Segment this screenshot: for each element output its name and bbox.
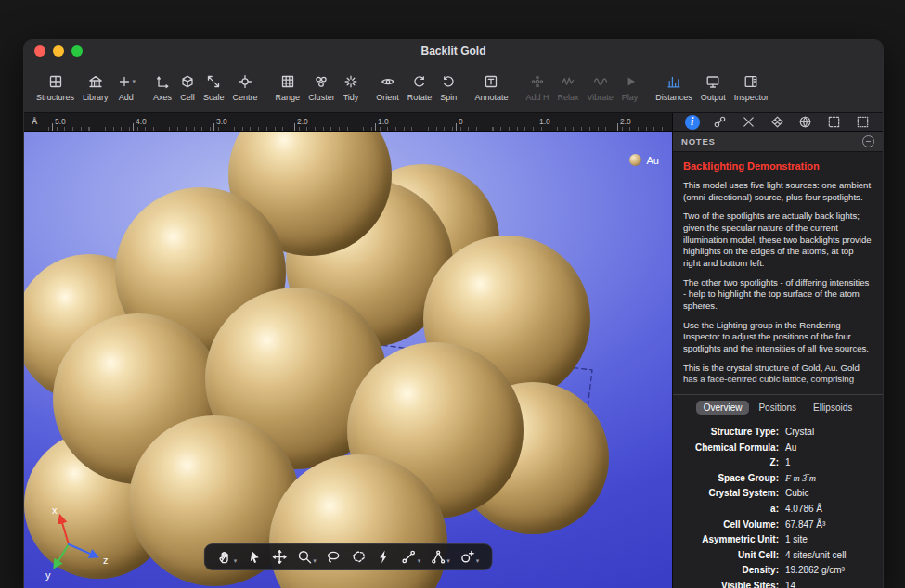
toolbar-rotate[interactable]: Rotate [404, 72, 436, 103]
property-row: Chemical Formula:Au [673, 441, 883, 456]
collapse-notes-button[interactable] [862, 135, 874, 147]
toolbar-orient[interactable]: Orient [372, 72, 403, 103]
inspector-tab-strip: i [672, 113, 883, 132]
notes-header: NOTES [673, 132, 883, 152]
app-window: Backlit Gold StructuresLibrary▾AddAxesCe… [23, 39, 884, 588]
property-value: 4.0786 Å [785, 502, 822, 518]
toolbar-item-label: Inspector [734, 93, 769, 102]
toolbar-spin[interactable]: Spin [436, 72, 460, 103]
notes-paragraph: This is the crystal structure of Gold, A… [683, 363, 873, 386]
ruler-tick [133, 123, 134, 131]
pan-tool[interactable]: ▾ [217, 549, 238, 565]
add-h-icon [530, 73, 545, 90]
ruler-tick-label: 4.0 [136, 117, 147, 126]
ruler-unit-label: Å [32, 117, 38, 126]
tools-inspector-tab[interactable] [740, 114, 756, 131]
toolbar-output[interactable]: Output [697, 72, 730, 103]
tab-ellipsoids[interactable]: Ellipsoids [806, 401, 860, 415]
ruler-tick-label: 2.0 [297, 117, 308, 126]
toolbar-item-label: Rotate [407, 93, 433, 102]
zoom-tool[interactable]: ▾ [296, 549, 317, 565]
bonds-inspector-tab[interactable] [712, 114, 729, 131]
toolbar-cell[interactable]: Cell [176, 72, 199, 103]
toolbar-range[interactable]: Range [272, 72, 304, 103]
toolbar-item-label: Cell [180, 93, 195, 102]
toolbar-annotate[interactable]: Annotate [471, 72, 511, 103]
selection-inspector-tab[interactable] [826, 114, 843, 131]
property-value: 1 site [785, 532, 808, 548]
ruler-tick [617, 123, 618, 131]
ruler-tick-label: 5.0 [55, 117, 66, 126]
orient-icon [381, 73, 395, 90]
add-icon: ▾ [117, 73, 136, 90]
toolbar-tidy[interactable]: Tidy [340, 72, 363, 103]
property-row: Asymmetric Unit:1 site [673, 532, 883, 548]
property-row: Cell Volume:67.847 Å³ [673, 518, 883, 533]
annotate-icon [484, 73, 498, 90]
close-button[interactable] [34, 45, 45, 57]
chevron-down-icon: ▾ [476, 557, 480, 565]
toolbar-add[interactable]: ▾Add [113, 72, 140, 103]
toolbar-item-label: Range [276, 93, 301, 102]
notes-panel[interactable]: Backlighting Demonstration This model us… [673, 152, 883, 395]
orientation-axes: x y z [37, 502, 115, 583]
notes-panel-title: NOTES [681, 136, 716, 147]
property-label: Z: [673, 455, 785, 471]
toolbar-axes[interactable]: Axes [149, 72, 175, 103]
toolbar-inspector[interactable]: Inspector [730, 72, 772, 103]
tab-positions[interactable]: Positions [751, 401, 804, 415]
toolbar-library[interactable]: Library [79, 72, 112, 103]
autobond-tool[interactable] [376, 549, 392, 565]
select-tool[interactable] [246, 549, 262, 565]
toolbar-cluster[interactable]: Cluster [304, 72, 339, 103]
maximize-button[interactable] [71, 45, 83, 57]
ruler-band: Å5.04.03.02.01.001.02.0 i [24, 113, 883, 132]
chevron-down-icon: ▾ [418, 557, 421, 565]
centre-icon [238, 73, 252, 90]
toolbar-item-label: Output [701, 93, 726, 102]
notes-paragraph: This model uses five light sources: one … [683, 180, 873, 203]
ruler-tick [52, 123, 53, 131]
distance-measure-tool[interactable]: ▾ [401, 549, 421, 565]
distances-icon [666, 73, 681, 90]
property-label: Space Group: [673, 471, 785, 487]
tab-overview[interactable]: Overview [696, 401, 750, 415]
toolbar-scale[interactable]: Scale [200, 72, 228, 103]
toolbar-structures[interactable]: Structures [32, 72, 78, 103]
info-inspector-tab[interactable]: i [685, 115, 700, 130]
ruler-tick-label: 0 [459, 117, 463, 126]
property-value: Au [785, 441, 796, 456]
property-value: Crystal [785, 425, 814, 441]
element-legend: Au [629, 154, 659, 166]
x-axis-arrow [60, 517, 69, 544]
lasso-tool[interactable] [326, 549, 342, 565]
polygon-lasso-tool[interactable] [351, 549, 367, 565]
translate-tool[interactable] [271, 549, 287, 565]
lattice-inspector-tab[interactable] [769, 114, 785, 131]
toolbar-item-label: Tidy [343, 93, 359, 102]
property-row: Space Group:F m 3̅ m [673, 471, 883, 487]
toolbar-vibrate: Vibrate [583, 72, 616, 103]
toolbar-distances[interactable]: Distances [652, 72, 696, 103]
x-axis-label: x [52, 505, 58, 516]
relax-icon [561, 73, 575, 90]
scale-icon [206, 73, 221, 90]
titlebar: Backlit Gold [24, 40, 883, 62]
add-atom-tool[interactable]: ▾ [459, 549, 480, 565]
minimize-button[interactable] [53, 45, 64, 57]
axes-icon [155, 73, 170, 90]
angle-measure-tool[interactable]: ▾ [430, 549, 450, 565]
toolbar-centre[interactable]: Centre [229, 72, 262, 103]
window-controls [34, 45, 83, 57]
ruler-tick [537, 123, 537, 131]
render-inspector-tab[interactable] [797, 114, 814, 131]
model-view[interactable]: Au x y z ▾▾▾▾▾ [24, 132, 672, 588]
toolbar-item-label: Scale [203, 93, 225, 102]
chevron-down-icon: ▾ [133, 78, 136, 85]
structures-icon [48, 73, 63, 90]
tidy-icon [343, 73, 358, 90]
ruler-tick [375, 123, 376, 131]
marquee-inspector-tab[interactable] [854, 114, 871, 131]
notes-paragraph: The other two spotlights - of differing … [683, 277, 873, 313]
property-value: F m 3̅ m [785, 471, 816, 487]
